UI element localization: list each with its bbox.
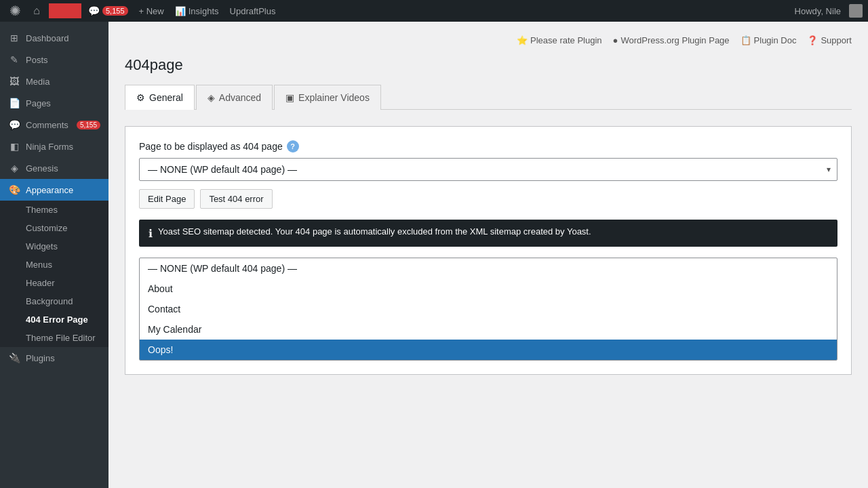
site-name-badge[interactable] (49, 3, 81, 18)
help-icon[interactable]: ? (287, 140, 299, 152)
general-tab-icon: ⚙ (136, 92, 145, 103)
dropdown-item-oops[interactable]: Oops! (140, 340, 837, 360)
field-label-text: Page to be displayed as 404 page (139, 141, 283, 152)
main-content: ⭐ Please rate Plugin ● WordPress.org Plu… (108, 22, 868, 488)
sidebar-item-posts[interactable]: ✎ Posts (0, 49, 108, 70)
dropdown-item-contact[interactable]: Contact (140, 299, 837, 319)
insights-link[interactable]: 📊 Insights (171, 6, 223, 16)
explainer-tab-icon: ▣ (285, 92, 294, 103)
edit-page-button[interactable]: Edit Page (139, 189, 195, 209)
sidebar-item-dashboard[interactable]: ⊞ Dashboard (0, 27, 108, 49)
howdy-text[interactable]: Howdy, Nile (795, 6, 841, 16)
wp-logo-icon: ● (613, 35, 618, 45)
sidebar-label-dashboard: Dashboard (26, 33, 100, 43)
adminbar-right: Howdy, Nile (795, 4, 863, 18)
ninja-forms-icon: ◧ (8, 141, 20, 152)
test-404-button[interactable]: Test 404 error (200, 189, 272, 209)
sidebar-item-pages[interactable]: 📄 Pages (0, 92, 108, 114)
tab-general[interactable]: ⚙ General (125, 85, 195, 110)
sidebar-label-media: Media (26, 77, 100, 87)
field-label: Page to be displayed as 404 page ? (139, 140, 837, 152)
plugin-doc-link[interactable]: 📋 Plugin Doc (741, 35, 797, 45)
support-label: Support (821, 35, 852, 45)
plugin-doc-label: Plugin Doc (754, 35, 797, 45)
wp-logo[interactable]: ✺ (5, 1, 24, 20)
sidebar-item-plugins[interactable]: 🔌 Plugins (0, 347, 108, 369)
notice-text: Yoast SEO sitemap detected. Your 404 pag… (158, 226, 591, 237)
updraft-link[interactable]: UpdraftPlus (226, 6, 280, 16)
submenu-item-404-error-page[interactable]: 404 Error Page (0, 310, 108, 329)
page-select[interactable]: — NONE (WP default 404 page) — About Con… (139, 158, 837, 181)
sidebar-item-genesis[interactable]: ◈ Genesis (0, 157, 108, 179)
admin-menu: ⊞ Dashboard ✎ Posts 🖼 Media 📄 Pages 💬 Co… (0, 22, 108, 488)
sidebar-label-ninja-forms: Ninja Forms (26, 142, 100, 152)
dropdown-item-none[interactable]: — NONE (WP default 404 page) — (140, 258, 837, 279)
yoast-notice: ℹ Yoast SEO sitemap detected. Your 404 p… (139, 220, 837, 247)
support-icon: ❓ (807, 35, 818, 45)
submenu-item-customize[interactable]: Customize (0, 219, 108, 237)
sidebar-item-ninja-forms[interactable]: ◧ Ninja Forms (0, 136, 108, 157)
page-title: 404page (125, 56, 852, 74)
updraft-label: UpdraftPlus (230, 6, 276, 16)
plugins-icon: 🔌 (8, 352, 20, 363)
wp-plugin-page-label: WordPress.org Plugin Page (620, 35, 729, 45)
page-select-wrapper: — NONE (WP default 404 page) — About Con… (139, 158, 837, 181)
sidebar-label-appearance: Appearance (26, 185, 100, 195)
info-icon: ℹ (149, 227, 153, 240)
submenu-item-background[interactable]: Background (0, 292, 108, 310)
appearance-submenu: Themes Customize Widgets Menus Header Ba… (0, 201, 108, 347)
tab-advanced[interactable]: ◈ Advanced (196, 85, 273, 110)
sidebar-item-media[interactable]: 🖼 Media (0, 70, 108, 92)
nav-tabs: ⚙ General ◈ Advanced ▣ Explainer Videos (125, 85, 852, 110)
new-content-link[interactable]: + New (135, 6, 168, 16)
appearance-icon: 🎨 (8, 184, 20, 195)
sidebar-item-appearance[interactable]: 🎨 Appearance (0, 179, 108, 201)
posts-icon: ✎ (8, 54, 20, 65)
submenu-item-theme-file-editor[interactable]: Theme File Editor (0, 329, 108, 347)
comments-count: 5,155 (102, 6, 128, 16)
sidebar-item-comments[interactable]: 💬 Comments 5,155 (0, 114, 108, 136)
dropdown-item-about[interactable]: About (140, 279, 837, 299)
support-link[interactable]: ❓ Support (807, 35, 852, 45)
advanced-tab-icon: ◈ (208, 92, 215, 103)
submenu-item-header[interactable]: Header (0, 274, 108, 292)
comments-badge: 5,155 (77, 121, 100, 129)
site-home[interactable]: ⌂ (27, 1, 46, 20)
button-group: Edit Page Test 404 error (139, 189, 837, 209)
comments-icon: 💬 (88, 5, 100, 16)
rate-plugin-link[interactable]: ⭐ Please rate Plugin (517, 35, 602, 45)
dropdown-item-my-calendar[interactable]: My Calendar (140, 319, 837, 340)
sidebar-label-posts: Posts (26, 55, 100, 65)
submenu-item-menus[interactable]: Menus (0, 256, 108, 274)
general-tab-label: General (149, 92, 183, 103)
submenu-item-themes[interactable]: Themes (0, 201, 108, 219)
sidebar-label-plugins: Plugins (26, 353, 100, 363)
explainer-tab-label: Explainer Videos (298, 92, 370, 103)
plugin-topbar: ⭐ Please rate Plugin ● WordPress.org Plu… (125, 35, 852, 45)
avatar[interactable] (849, 4, 863, 18)
comments-menu-icon: 💬 (8, 119, 20, 130)
submenu-item-widgets[interactable]: Widgets (0, 237, 108, 256)
page-dropdown-list: — NONE (WP default 404 page) — About Con… (139, 258, 837, 361)
new-label: + New (139, 6, 164, 16)
genesis-icon: ◈ (8, 163, 20, 174)
sidebar-label-genesis: Genesis (26, 163, 100, 174)
tab-explainer-videos[interactable]: ▣ Explainer Videos (274, 85, 381, 110)
advanced-tab-label: Advanced (219, 92, 261, 103)
sidebar-label-pages: Pages (26, 98, 100, 108)
admin-bar: ✺ ⌂ 💬 5,155 + New 📊 Insights UpdraftPlus… (0, 0, 868, 22)
sidebar-label-comments: Comments (26, 120, 71, 130)
star-icon: ⭐ (517, 35, 528, 45)
pages-icon: 📄 (8, 98, 20, 108)
insights-label: Insights (189, 6, 219, 16)
comments-link[interactable]: 💬 5,155 (84, 5, 132, 16)
rate-plugin-label: Please rate Plugin (530, 35, 602, 45)
wp-plugin-page-link[interactable]: ● WordPress.org Plugin Page (613, 35, 730, 45)
media-icon: 🖼 (8, 76, 20, 87)
doc-icon: 📋 (741, 35, 751, 45)
insights-icon: 📊 (175, 6, 186, 16)
dashboard-icon: ⊞ (8, 33, 20, 43)
content-area: Page to be displayed as 404 page ? — NON… (125, 126, 852, 375)
